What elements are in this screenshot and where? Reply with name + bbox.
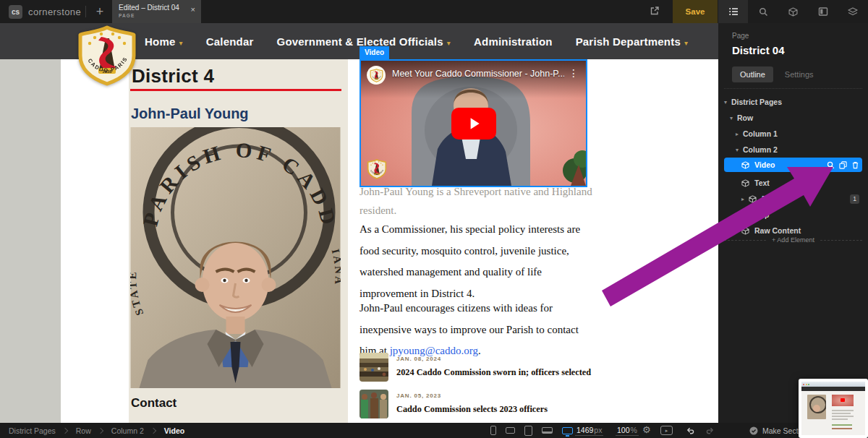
- panel-tabs: Outline Settings: [732, 66, 814, 82]
- element-cube-icon: [741, 179, 749, 187]
- caret-down-icon[interactable]: ▾: [724, 99, 731, 106]
- delete-element-icon[interactable]: [851, 161, 859, 169]
- tree-item-raw-content[interactable]: Raw Content: [724, 223, 862, 238]
- tab-settings[interactable]: Settings: [785, 70, 814, 79]
- layers-icon[interactable]: [838, 0, 868, 23]
- breadcrumb-row[interactable]: Row: [76, 426, 91, 435]
- breadcrumb: District Pages Row Column 2 Video: [9, 423, 184, 438]
- tablet-icon[interactable]: [524, 426, 532, 436]
- post-link[interactable]: JAN. 05, 2023 Caddo Commission selects 2…: [359, 390, 598, 420]
- zoom-level-field[interactable]: 100%: [616, 425, 639, 436]
- desktop-icon[interactable]: [562, 427, 573, 434]
- caret-down-icon[interactable]: ▾: [736, 147, 743, 153]
- document-tab[interactable]: Edited – District 04 PAGE ×: [112, 0, 201, 23]
- commissioner-name: John-Paul Young: [131, 106, 249, 122]
- commissioner-photo: PARISH OF CADDO STATE IANA: [130, 127, 341, 388]
- close-tab-icon[interactable]: ×: [191, 5, 195, 14]
- viewport-width-field[interactable]: 1469px: [575, 425, 603, 436]
- tree-label: Raw Content: [754, 226, 801, 235]
- post-thumbnail: [359, 353, 388, 382]
- templates-icon[interactable]: [808, 0, 838, 23]
- play-button[interactable]: [451, 108, 496, 139]
- watermark-logo: [367, 158, 387, 180]
- tab-outline[interactable]: Outline: [732, 66, 773, 82]
- nav-home[interactable]: Home▾: [145, 35, 183, 48]
- open-preview-icon[interactable]: [650, 6, 661, 17]
- elements-icon[interactable]: [778, 0, 808, 23]
- tree-item-video[interactable]: Video: [724, 158, 862, 172]
- tree-item-row[interactable]: ▾ Row: [724, 111, 862, 125]
- breadcrumb-video[interactable]: Video: [164, 426, 184, 435]
- inspect-element-icon[interactable]: [827, 161, 835, 169]
- post-link[interactable]: JAN. 08, 2024 2024 Caddo Commission swor…: [359, 353, 598, 383]
- caret-right-icon[interactable]: ▸: [736, 131, 743, 137]
- caret-down-icon[interactable]: ▾: [730, 115, 737, 121]
- workspace-toolbar: [718, 0, 868, 23]
- tree-label: Text: [754, 179, 770, 187]
- selected-element-label: Video: [359, 46, 389, 59]
- tree-item-posts[interactable]: ▸ Posts 1: [724, 192, 862, 206]
- channel-avatar[interactable]: [367, 66, 386, 85]
- breadcrumb-column-2[interactable]: Column 2: [111, 426, 144, 435]
- phone-landscape-icon[interactable]: [506, 427, 515, 434]
- nav-administration[interactable]: Administration: [474, 35, 553, 48]
- tree-item-text[interactable]: Text: [724, 176, 862, 190]
- duplicate-element-icon[interactable]: [839, 161, 847, 169]
- tree-label: Column 1: [743, 129, 778, 138]
- count-badge: 1: [850, 194, 859, 204]
- chevron-down-icon: ▾: [179, 39, 182, 47]
- phone-portrait-icon[interactable]: [490, 426, 496, 435]
- nav-calendar[interactable]: Calendar: [206, 35, 254, 48]
- caret-right-icon[interactable]: ▸: [741, 196, 749, 202]
- new-tab-button[interactable]: +: [93, 2, 107, 21]
- chevron-right-icon: [98, 427, 103, 433]
- video-element[interactable]: Meet Your Caddo Commissioner - John-P...…: [359, 59, 587, 187]
- tree-item-column-2[interactable]: ▾ Column 2: [724, 142, 862, 157]
- editor-canvas: Home▾ Calendar Government & Elected Offi…: [0, 23, 718, 423]
- brand-name: cornerstone: [28, 7, 81, 17]
- video-title[interactable]: Meet Your Caddo Commissioner - John-P...: [392, 69, 564, 79]
- mini-browser-chrome: [801, 382, 865, 387]
- redo-icon[interactable]: [705, 426, 715, 435]
- post-title: 2024 Caddo Commission sworn in; officers…: [396, 367, 591, 378]
- row-actions: [827, 161, 862, 169]
- post-date: JAN. 08, 2024: [396, 356, 591, 362]
- cornerstone-logo-icon: cs: [9, 5, 22, 19]
- caddo-parish-logo: [75, 25, 139, 86]
- tab-title: Edited – District 04: [119, 4, 195, 12]
- tree-item-gap[interactable]: Gap: [724, 207, 862, 222]
- add-element-button[interactable]: + Add Element: [724, 236, 862, 244]
- chevron-down-icon: ▾: [684, 39, 688, 47]
- laptop-icon[interactable]: [542, 427, 553, 434]
- outline-panel-icon[interactable]: [718, 0, 748, 23]
- gear-icon[interactable]: ⚙: [642, 424, 651, 435]
- element-cube-icon: [741, 161, 749, 169]
- panel-type-label: Page: [732, 32, 749, 40]
- video-menu-icon[interactable]: ⋮: [569, 67, 579, 79]
- mini-photo: [807, 395, 826, 419]
- breadcrumb-district-pages[interactable]: District Pages: [9, 426, 56, 435]
- tab-type-label: PAGE: [119, 13, 195, 18]
- nav-parish-departments[interactable]: Parish Departments▾: [576, 35, 689, 48]
- post-thumbnail: [359, 390, 388, 418]
- panel-divider: [724, 88, 862, 89]
- tree-label: District Pages: [731, 98, 782, 106]
- title-underline: [130, 89, 341, 91]
- mini-page: [801, 387, 865, 435]
- tree-item-column-1[interactable]: ▸ Column 1: [724, 126, 862, 141]
- tree-label: Gap: [754, 210, 769, 219]
- dashed-rule: [820, 240, 862, 241]
- search-icon[interactable]: [748, 0, 778, 23]
- chevron-down-icon: ▾: [447, 39, 451, 47]
- check-circle-icon: [749, 426, 758, 435]
- chevron-right-icon: [62, 427, 68, 433]
- screen-share-thumbnail[interactable]: [799, 379, 868, 438]
- code-console-icon[interactable]: ▸: [660, 426, 673, 435]
- intro-paragraph: John-Paul Young is a Shreveport native a…: [359, 182, 592, 220]
- tree-item-district-pages[interactable]: ▾ District Pages: [724, 95, 862, 109]
- undo-icon[interactable]: [686, 426, 696, 435]
- video-title-overlay: Meet Your Caddo Commissioner - John-P...…: [361, 61, 586, 98]
- save-button[interactable]: Save: [673, 0, 718, 23]
- nav-government[interactable]: Government & Elected Officials▾: [277, 35, 451, 48]
- element-cube-icon: [749, 195, 757, 203]
